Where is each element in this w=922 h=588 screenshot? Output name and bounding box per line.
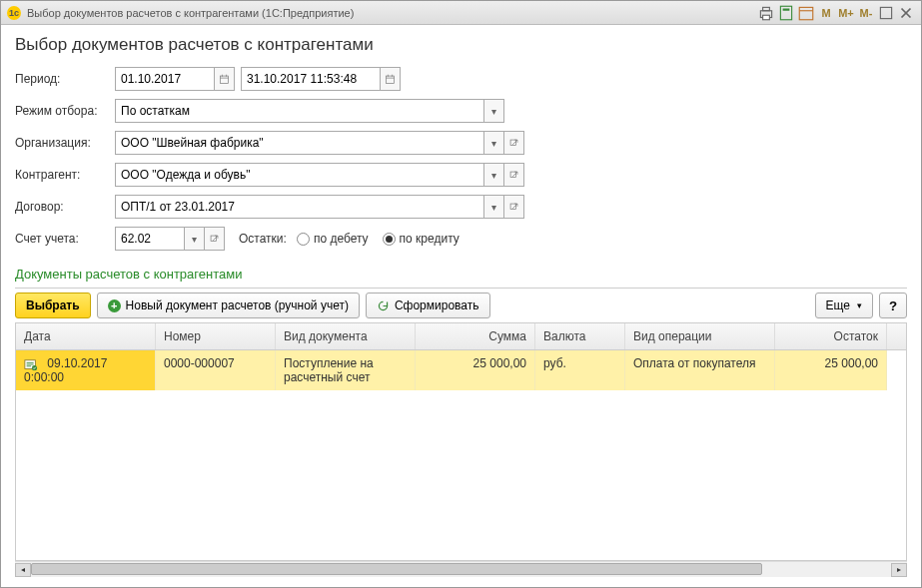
- horizontal-scrollbar[interactable]: ◂ ▸: [15, 561, 907, 577]
- open-icon[interactable]: [504, 163, 524, 187]
- contract-label: Договор:: [15, 200, 115, 214]
- th-rest[interactable]: Остаток: [775, 323, 887, 349]
- window: 1c Выбор документов расчетов с контраген…: [0, 0, 922, 588]
- svg-rect-18: [510, 140, 516, 146]
- open-icon[interactable]: [504, 131, 524, 155]
- open-icon[interactable]: [205, 227, 225, 251]
- window-title: Выбор документов расчетов с контрагентам…: [27, 7, 354, 19]
- account-label: Счет учета:: [15, 232, 115, 246]
- org-row: Организация: ▾: [15, 131, 907, 155]
- mode-input[interactable]: [115, 99, 484, 123]
- memory-mplus-button[interactable]: M+: [837, 5, 855, 21]
- open-icon[interactable]: [504, 195, 524, 219]
- radio-icon: [297, 233, 310, 246]
- table-body: 09.10.2017 0:00:00 0000-000007 Поступлен…: [16, 350, 906, 560]
- app-icon: 1c: [7, 6, 21, 20]
- more-label: Еще: [826, 298, 850, 312]
- toolbar: Выбрать + Новый документ расчетов (ручно…: [15, 288, 907, 323]
- contr-row: Контрагент: ▾: [15, 163, 907, 187]
- th-op[interactable]: Вид операции: [625, 323, 775, 349]
- dropdown-icon[interactable]: ▾: [484, 99, 504, 123]
- document-icon: [24, 358, 38, 370]
- org-input[interactable]: [115, 131, 484, 155]
- dropdown-icon[interactable]: ▾: [484, 195, 504, 219]
- date-from-input[interactable]: [115, 67, 215, 91]
- contract-row: Договор: ▾: [15, 195, 907, 219]
- calendar-icon[interactable]: [797, 5, 815, 21]
- period-row: Период:: [15, 67, 907, 91]
- scroll-track[interactable]: [31, 563, 891, 577]
- dropdown-icon[interactable]: ▾: [185, 227, 205, 251]
- th-date[interactable]: Дата: [16, 323, 156, 349]
- svg-rect-2: [763, 15, 770, 20]
- help-button[interactable]: ?: [879, 293, 907, 318]
- content: Выбор документов расчетов с контрагентам…: [1, 25, 921, 587]
- account-input[interactable]: [115, 227, 185, 251]
- generate-button[interactable]: Сформировать: [366, 293, 490, 318]
- chevron-down-icon: ▾: [857, 300, 862, 310]
- cell-cur: руб.: [535, 350, 625, 390]
- svg-rect-3: [780, 6, 791, 20]
- print-icon[interactable]: [757, 5, 775, 21]
- plus-icon: +: [108, 299, 121, 312]
- period-label: Период:: [15, 72, 115, 86]
- new-doc-button[interactable]: + Новый документ расчетов (ручной учет): [97, 293, 360, 318]
- contr-label: Контрагент:: [15, 168, 115, 182]
- mode-label: Режим отбора:: [15, 104, 115, 118]
- svg-rect-1: [763, 7, 770, 10]
- debit-radio[interactable]: по дебету: [297, 232, 369, 246]
- cell-type: Поступление на расчетный счет: [276, 350, 416, 390]
- generate-label: Сформировать: [395, 298, 479, 312]
- minimize-icon[interactable]: [877, 5, 895, 21]
- table-header: Дата Номер Вид документа Сумма Валюта Ви…: [16, 323, 906, 350]
- account-row: Счет учета: ▾ Остатки: по дебету по кред…: [15, 227, 907, 251]
- page-title: Выбор документов расчетов с контрагентам…: [15, 35, 907, 55]
- org-label: Организация:: [15, 136, 115, 150]
- th-sum[interactable]: Сумма: [416, 323, 535, 349]
- radio-icon: [383, 233, 396, 246]
- th-cur[interactable]: Валюта: [535, 323, 625, 349]
- svg-rect-10: [220, 76, 228, 84]
- refresh-icon: [377, 299, 390, 312]
- calc-icon[interactable]: [777, 5, 795, 21]
- calendar-icon[interactable]: [381, 67, 401, 91]
- th-type[interactable]: Вид документа: [276, 323, 416, 349]
- cell-rest: 25 000,00: [775, 350, 887, 390]
- th-num[interactable]: Номер: [156, 323, 276, 349]
- contract-input[interactable]: [115, 195, 484, 219]
- scroll-left-icon[interactable]: ◂: [15, 563, 31, 577]
- select-button[interactable]: Выбрать: [15, 293, 91, 318]
- cell-op: Оплата от покупателя: [625, 350, 775, 390]
- debit-label: по дебету: [314, 232, 369, 246]
- svg-rect-4: [783, 8, 790, 10]
- section-title: Документы расчетов с контрагентами: [15, 267, 907, 282]
- new-doc-label: Новый документ расчетов (ручной учет): [126, 298, 349, 312]
- memory-m-button[interactable]: M: [817, 5, 835, 21]
- cell-num: 0000-000007: [156, 350, 276, 390]
- td-date: 09.10.2017 0:00:00: [16, 350, 156, 390]
- svg-rect-19: [510, 172, 516, 178]
- balances-label: Остатки:: [239, 232, 287, 246]
- svg-rect-7: [880, 7, 891, 18]
- table-row[interactable]: 09.10.2017 0:00:00 0000-000007 Поступлен…: [16, 350, 906, 390]
- svg-rect-20: [510, 204, 516, 210]
- svg-rect-14: [386, 76, 394, 84]
- scroll-thumb[interactable]: [31, 563, 762, 575]
- svg-rect-5: [799, 7, 813, 19]
- calendar-icon[interactable]: [215, 67, 235, 91]
- dropdown-icon[interactable]: ▾: [484, 131, 504, 155]
- titlebar: 1c Выбор документов расчетов с контраген…: [1, 1, 921, 25]
- date-to-input[interactable]: [241, 67, 381, 91]
- contr-input[interactable]: [115, 163, 484, 187]
- credit-label: по кредиту: [400, 232, 460, 246]
- table: Дата Номер Вид документа Сумма Валюта Ви…: [15, 323, 907, 561]
- credit-radio[interactable]: по кредиту: [383, 232, 460, 246]
- mode-row: Режим отбора: ▾: [15, 99, 907, 123]
- close-icon[interactable]: [897, 5, 915, 21]
- memory-mminus-button[interactable]: M-: [857, 5, 875, 21]
- dropdown-icon[interactable]: ▾: [484, 163, 504, 187]
- svg-rect-21: [211, 236, 217, 242]
- cell-sum: 25 000,00: [416, 350, 535, 390]
- more-button[interactable]: Еще ▾: [815, 293, 873, 318]
- scroll-right-icon[interactable]: ▸: [891, 563, 907, 577]
